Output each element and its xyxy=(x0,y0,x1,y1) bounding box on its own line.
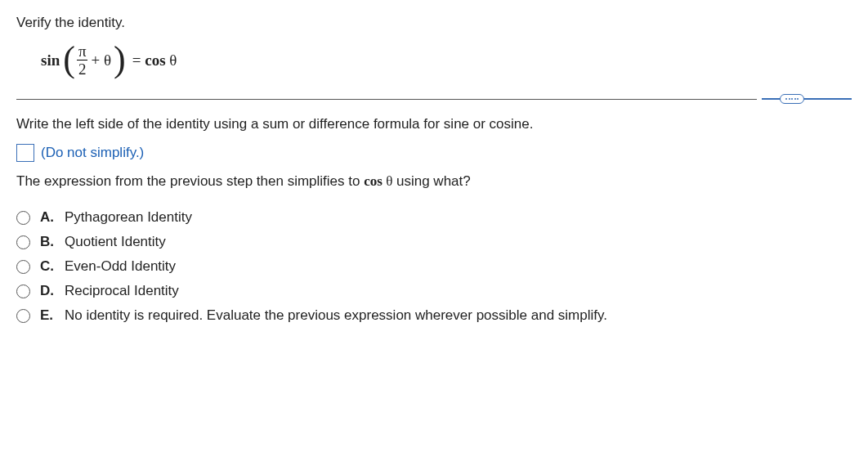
right-paren: ) xyxy=(114,42,126,78)
radio-e[interactable] xyxy=(16,309,30,323)
choice-label: E. xyxy=(40,307,56,324)
choice-d[interactable]: D. Reciprocal Identity xyxy=(16,283,852,299)
inline-theta: θ xyxy=(383,173,392,189)
hint-text: (Do not simplify.) xyxy=(41,145,144,161)
choice-text: Quotient Identity xyxy=(65,234,166,250)
theta-rhs: θ xyxy=(169,52,177,69)
choice-text: Pythagorean Identity xyxy=(65,209,192,226)
choice-c[interactable]: C. Even-Odd Identity xyxy=(16,258,852,275)
denominator: 2 xyxy=(77,60,88,77)
plus-theta: + θ xyxy=(92,52,112,69)
divider-line xyxy=(16,99,757,100)
choice-text: Reciprocal Identity xyxy=(65,283,179,299)
choice-text: Even-Odd Identity xyxy=(65,258,176,275)
prompt-text: Verify the identity. xyxy=(16,15,852,31)
identity-equation: sin ( π 2 + θ ) = cos θ xyxy=(41,43,852,78)
step2-pre: The expression from the previous step th… xyxy=(16,173,364,189)
left-paren: ( xyxy=(63,42,75,78)
step2-instruction: The expression from the previous step th… xyxy=(16,173,852,190)
choice-label: A. xyxy=(40,209,56,226)
radio-a[interactable] xyxy=(16,211,30,225)
section-divider xyxy=(16,93,852,105)
fraction-pi-over-2: π 2 xyxy=(77,43,88,77)
choice-label: B. xyxy=(40,234,56,250)
radio-b[interactable] xyxy=(16,235,30,249)
expression-input[interactable] xyxy=(16,144,34,162)
cos-label: cos xyxy=(145,52,165,69)
progress-slider[interactable] xyxy=(762,93,852,105)
multiple-choice-group: A. Pythagorean Identity B. Quotient Iden… xyxy=(16,209,852,324)
answer-input-row: (Do not simplify.) xyxy=(16,144,852,162)
radio-c[interactable] xyxy=(16,260,30,274)
radio-d[interactable] xyxy=(16,285,30,298)
equation-rhs: = cos θ xyxy=(132,52,177,69)
numerator: π xyxy=(77,43,88,60)
choice-label: C. xyxy=(40,258,56,275)
sin-label: sin xyxy=(41,52,60,69)
step2-post: using what? xyxy=(392,173,470,189)
equals-sign: = xyxy=(132,52,141,69)
choice-text: No identity is required. Evaluate the pr… xyxy=(65,307,607,324)
choice-b[interactable]: B. Quotient Identity xyxy=(16,234,852,250)
step1-instruction: Write the left side of the identity usin… xyxy=(16,116,852,132)
inline-cos: cos xyxy=(364,173,383,189)
choice-a[interactable]: A. Pythagorean Identity xyxy=(16,209,852,226)
choice-e[interactable]: E. No identity is required. Evaluate the… xyxy=(16,307,852,324)
slider-knob[interactable] xyxy=(780,94,804,104)
choice-label: D. xyxy=(40,283,56,299)
